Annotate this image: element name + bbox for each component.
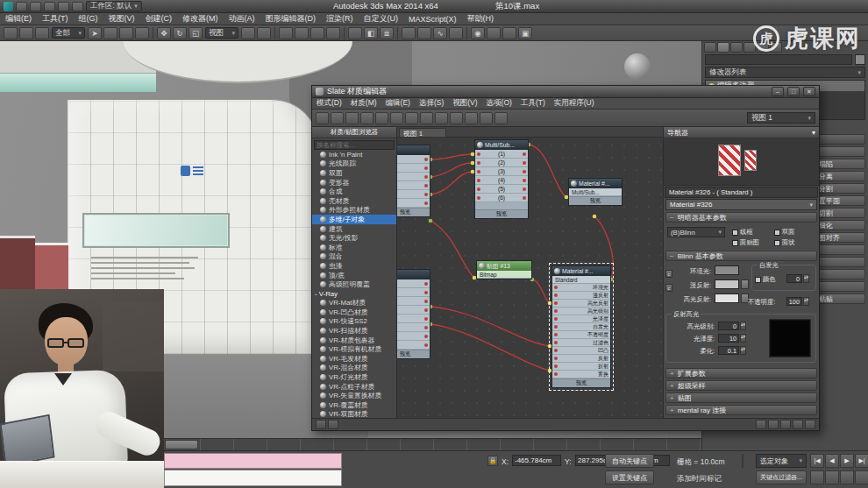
slate-view-dropdown[interactable]: 视图 1 xyxy=(747,112,815,124)
lock-ambient-diffuse-icon[interactable]: c xyxy=(665,270,672,278)
slate-move-tool-icon[interactable] xyxy=(331,112,344,124)
browser-item[interactable]: VR-点粒子材质 xyxy=(312,382,396,392)
graphite-ribbon-icon[interactable] xyxy=(417,27,431,39)
node-header[interactable]: Material #... xyxy=(552,266,610,276)
curve-editor-icon[interactable]: ∿ xyxy=(433,27,447,39)
output-socket[interactable] xyxy=(424,326,428,329)
new-file-icon[interactable] xyxy=(16,2,27,11)
browser-item[interactable]: VR-双面材质 xyxy=(312,410,396,418)
redo-icon[interactable] xyxy=(72,2,83,11)
slate-status-icon[interactable] xyxy=(328,420,338,429)
input-socket[interactable] xyxy=(554,317,558,321)
slate-menu-select[interactable]: 选择(S) xyxy=(415,98,448,109)
browser-item-selected[interactable]: 多维/子对象 xyxy=(312,215,396,224)
input-socket[interactable] xyxy=(477,187,480,191)
workspace-dropdown[interactable]: 工作区: 默认 xyxy=(86,1,142,11)
browser-item[interactable]: 变形器 xyxy=(312,178,396,187)
select-and-move-icon[interactable]: ✥ xyxy=(157,27,171,39)
output-socket[interactable] xyxy=(424,282,428,286)
bind-to-space-warp-icon[interactable] xyxy=(35,27,49,39)
slate-pick-material-icon[interactable] xyxy=(345,112,359,124)
browser-item[interactable]: VR-模拟有机材质 xyxy=(312,344,396,354)
slate-parameter-editor-toggle-icon[interactable] xyxy=(480,112,493,124)
slate-select-by-name-icon[interactable] xyxy=(494,112,508,124)
object-color-swatch[interactable] xyxy=(855,54,865,65)
browser-title[interactable]: 材质/贴图浏览器 xyxy=(312,127,396,138)
output-socket[interactable] xyxy=(424,184,428,187)
slate-menu-view[interactable]: 视图(V) xyxy=(448,98,481,109)
select-by-name-icon[interactable] xyxy=(103,27,117,39)
input-socket[interactable] xyxy=(554,349,558,352)
reference-coordinate-dropdown[interactable]: 视图 xyxy=(205,27,238,39)
input-socket[interactable] xyxy=(554,325,558,329)
menu-rendering[interactable]: 渲染(R) xyxy=(321,13,359,25)
browser-item[interactable]: 壳材质 xyxy=(312,196,396,206)
browser-group-vray[interactable]: - V-Ray xyxy=(312,289,396,299)
browser-item[interactable]: 合成 xyxy=(312,187,396,196)
slate-zoom-extents-icon[interactable] xyxy=(780,420,791,429)
wire-checkbox[interactable] xyxy=(732,230,738,236)
input-socket[interactable] xyxy=(477,179,480,182)
unlink-selection-icon[interactable] xyxy=(19,27,33,39)
layer-manager-icon[interactable] xyxy=(402,27,416,39)
browser-item[interactable]: 虫漆 xyxy=(312,261,396,271)
zoom-icon[interactable] xyxy=(810,470,824,484)
angle-snap-icon[interactable] xyxy=(295,27,309,39)
open-file-icon[interactable] xyxy=(30,2,41,11)
output-socket[interactable] xyxy=(424,175,428,179)
browser-item[interactable]: 顶/底 xyxy=(312,271,396,280)
rollout-shader-basic[interactable]: 明暗器基本参数 xyxy=(665,212,817,223)
output-socket[interactable] xyxy=(424,335,428,338)
tab-modify-icon[interactable] xyxy=(717,42,729,53)
ambient-color-swatch[interactable] xyxy=(715,265,739,275)
node-header[interactable] xyxy=(397,270,430,279)
add-time-tag[interactable]: 添加时间标记 xyxy=(677,474,722,484)
output-socket[interactable] xyxy=(424,300,428,303)
node-header[interactable]: Multi/Sub... xyxy=(475,140,528,150)
menu-group[interactable]: 组(G) xyxy=(74,13,103,25)
slate-menu-edit[interactable]: 编辑(E) xyxy=(381,98,415,109)
previous-frame-button[interactable]: ◀ xyxy=(825,454,839,468)
slate-layout-all-icon[interactable] xyxy=(435,112,448,124)
slate-maximize-button[interactable]: □ xyxy=(787,87,800,96)
output-socket[interactable] xyxy=(523,179,526,182)
browser-search-input[interactable] xyxy=(314,140,395,150)
rollout-blinn-basic[interactable]: Blinn 基本参数 xyxy=(665,251,817,261)
browser-item[interactable]: VR-灯光材质 xyxy=(312,372,396,382)
pan-icon[interactable] xyxy=(825,470,839,484)
maximize-viewport-icon[interactable] xyxy=(855,470,868,484)
rendered-frame-window-icon[interactable] xyxy=(502,27,516,39)
auto-key-button[interactable]: 自动关键点 xyxy=(605,454,654,468)
output-socket[interactable] xyxy=(523,161,526,165)
material-name-dropdown[interactable]: Material #326 xyxy=(665,199,817,210)
browser-item[interactable]: 外部参照材质 xyxy=(312,206,396,216)
specular-level-spinner[interactable]: ▴▾ xyxy=(740,322,746,330)
output-socket[interactable] xyxy=(424,166,428,170)
slate-show-map-in-viewport-icon[interactable] xyxy=(390,112,403,124)
slate-zoom-icon[interactable] xyxy=(768,420,779,429)
select-and-rotate-icon[interactable]: ↻ xyxy=(173,27,187,39)
slate-assign-material-icon[interactable] xyxy=(375,112,388,124)
browser-item[interactable]: VR-快速SS2 xyxy=(312,317,396,327)
output-socket[interactable] xyxy=(424,193,428,196)
browser-item[interactable]: 建筑 xyxy=(312,224,396,234)
output-socket[interactable] xyxy=(424,291,428,294)
render-production-icon[interactable]: ▣ xyxy=(518,27,532,39)
select-and-link-icon[interactable] xyxy=(4,27,18,39)
node-multisub[interactable]: Multi/Sub... (1) (2) (3) (4) (5) (6) 预览 xyxy=(474,139,529,219)
rollout-supersampling[interactable]: 超级采样 xyxy=(665,380,817,391)
browser-item[interactable]: VR-毛发材质 xyxy=(312,354,396,364)
selection-lock-icon[interactable]: 🔒 xyxy=(487,456,498,466)
navigator-canvas[interactable] xyxy=(664,138,819,186)
node-partial-bottom[interactable]: 预览 xyxy=(397,269,430,359)
render-setup-icon[interactable] xyxy=(487,27,501,39)
window-crossing-icon[interactable] xyxy=(135,27,149,39)
input-socket[interactable] xyxy=(554,372,558,376)
menu-tools[interactable]: 工具(T) xyxy=(37,13,74,25)
browser-item[interactable]: VR-覆盖材质 xyxy=(312,400,396,410)
slate-menu-options[interactable]: 选项(O) xyxy=(482,98,516,109)
slate-menu-material[interactable]: 材质(M) xyxy=(346,98,381,109)
browser-item[interactable]: VR-Mat材质 xyxy=(312,299,396,308)
slate-menu-utilities[interactable]: 实用程序(U) xyxy=(550,98,599,109)
schematic-view-icon[interactable] xyxy=(449,27,463,39)
